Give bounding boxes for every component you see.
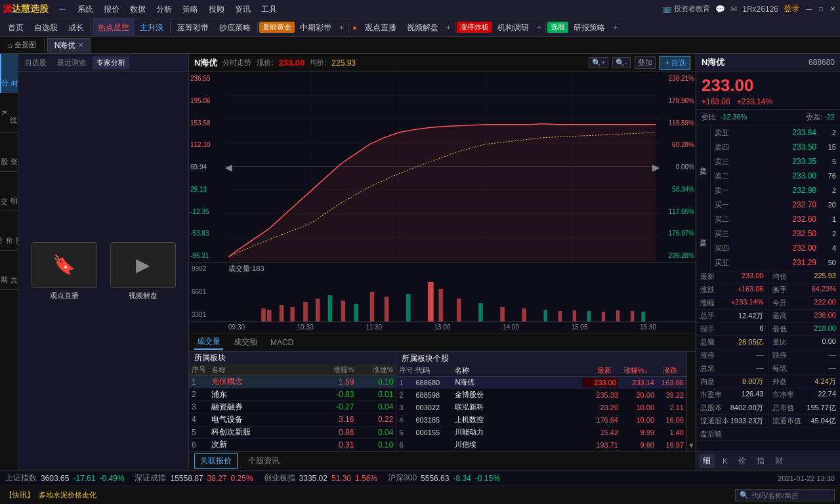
live-card[interactable]: 🔖	[32, 242, 97, 288]
sidebar-tab-time[interactable]: 分时	[0, 54, 18, 93]
sidebar: 分时 K线 个股资料 成交明细 分价图 周期共振	[0, 54, 18, 470]
stats-row-6: 总额 28.05亿 量比 0.00	[696, 336, 840, 349]
investor-edu[interactable]: 📺 投资者教育	[663, 4, 710, 14]
ticker-content: 多地水泥价格走化	[39, 491, 96, 499]
ob-tab-price[interactable]: 价	[736, 454, 749, 468]
sector-row-5[interactable]: 5 科创次新股 0.86 0.04	[189, 427, 396, 439]
tb2-watchlist[interactable]: 自选股	[29, 18, 63, 37]
tb2-main-rise[interactable]: 主升浪	[135, 18, 169, 37]
tb2-limit-up[interactable]: 涨停炸板	[457, 22, 492, 33]
tb2-add4[interactable]: +	[610, 23, 620, 32]
nav-quote[interactable]: 报价	[98, 0, 125, 18]
stat-zuigao: 最高 236.00	[768, 310, 841, 322]
maximize-button[interactable]: □	[816, 5, 826, 14]
tb2-add[interactable]: +	[337, 23, 346, 32]
sector-row-1[interactable]: 1 光伏概念 1.59 0.10	[189, 376, 396, 388]
subnav-tab-expert[interactable]: 专家分析	[93, 56, 129, 69]
buy1-price: 232.70	[733, 200, 816, 209]
separator2	[170, 22, 171, 33]
sector-header-label: 所属板块	[194, 352, 226, 364]
nav-advisor[interactable]: 投顾	[203, 0, 230, 18]
minimize-button[interactable]: —	[805, 5, 814, 14]
subnav-tab-watchlist[interactable]: 自选股	[21, 56, 51, 69]
tb2-add3[interactable]: +	[534, 23, 544, 32]
sidebar-tab-trade[interactable]: 成交明细	[0, 172, 18, 211]
chart-tab-macd[interactable]: MACD	[268, 337, 296, 348]
sidebar-tab-cycle[interactable]: 周期共振	[0, 251, 18, 290]
back-button[interactable]: ←	[58, 3, 68, 15]
tb2-views[interactable]: ●	[350, 24, 360, 32]
chart-left-arrow[interactable]: ◀	[225, 162, 232, 173]
stock-row-4[interactable]: 4 603185 上机数控 176.64 10.00 16.06	[396, 414, 686, 427]
stat-jinkai: 今开 222.00	[768, 297, 841, 309]
chart-tab-volume[interactable]: 成交量	[194, 335, 223, 350]
add-to-watchlist-button[interactable]: ＋自选	[660, 56, 690, 70]
pct-label-8: 236.28%	[661, 252, 694, 259]
stock-row-5[interactable]: 5 000155 川能动力 15.42 9.99 1.40	[396, 427, 686, 439]
tab-current-stock[interactable]: N海优 ✕	[47, 38, 91, 52]
tb2-subtab2[interactable]: 抄底策略	[214, 18, 256, 37]
close-button[interactable]: ✕	[828, 5, 837, 14]
stock-row-1[interactable]: 1 688680 N海优 233.00 233.14 163.06	[396, 377, 686, 389]
stat-zhangfu-val: +233.14%	[731, 298, 764, 308]
stock-row-3[interactable]: 3 003022 联泓新科 23.20 10.00 2.11	[396, 402, 686, 414]
zoom-out-button[interactable]: 🔍-	[612, 57, 631, 68]
tb2-golden[interactable]: 量能黄金	[259, 22, 295, 33]
tables-area: 所属板块 序号 名称 涨幅% 涨速% 1 光伏概念 1.59 0.10 2	[189, 352, 696, 452]
stat-waipen: 外盘 4.24万	[768, 375, 841, 388]
tb2-live[interactable]: 观点直播	[360, 18, 402, 37]
ob-tab-detail[interactable]: 细	[699, 454, 715, 468]
tb2-add2[interactable]: +	[444, 23, 453, 32]
stock-row-2[interactable]: 2 688598 金博股份 235.33 20.00 39.22	[396, 389, 686, 402]
search-input[interactable]	[751, 492, 830, 499]
vol-y-0: 9902	[192, 265, 222, 272]
tb2-research[interactable]: 机构调研	[492, 18, 534, 37]
tb2-subtab1[interactable]: 蓝筹彩带	[172, 18, 214, 37]
separator4	[348, 22, 348, 33]
sector-row-3[interactable]: 3 融资融券 -0.27 0.04	[189, 401, 396, 413]
tb2-video[interactable]: 视频解盘	[402, 18, 444, 37]
video-card[interactable]: ▶	[110, 242, 176, 288]
tb2-hot-stars[interactable]: 热点星空	[93, 18, 135, 37]
tab-close-button[interactable]: ✕	[78, 39, 83, 51]
sell5-price: 233.84	[733, 128, 816, 137]
nav-analysis[interactable]: 分析	[151, 0, 177, 18]
login-button[interactable]: 登录	[784, 3, 799, 14]
tb2-home[interactable]: 首页	[3, 18, 29, 37]
sector-row-4[interactable]: 4 电气设备 3.16 0.22	[189, 413, 396, 426]
tb2-select[interactable]: 选股	[547, 22, 568, 33]
buy5-price: 231.29	[733, 258, 816, 267]
chart-right-arrow[interactable]: ▶	[652, 162, 660, 173]
buy2-qty: 1	[816, 215, 836, 223]
message-icon[interactable]: ✉	[730, 5, 737, 14]
sector-row-2[interactable]: 2 浦东 -0.83 0.01	[189, 388, 396, 401]
sector-row-6[interactable]: 6 次新 0.31 0.10	[189, 439, 396, 452]
sidebar-tab-stock-info[interactable]: 个股资料	[0, 133, 18, 172]
ob-tab-finance[interactable]: 财	[772, 454, 786, 468]
tb2-midterm[interactable]: 中期彩带	[295, 18, 337, 37]
stat-meishou-val: —	[829, 364, 836, 373]
nav-data[interactable]: 数据	[125, 0, 151, 18]
stack-button[interactable]: 叠加	[635, 56, 656, 69]
zoom-in-button[interactable]: 🔍+	[589, 57, 608, 68]
stats-row-2: 涨跌 +163.06 换手 64.23%	[696, 284, 840, 297]
related-quote-btn[interactable]: 关联报价	[194, 453, 238, 469]
nav-news[interactable]: 资讯	[230, 0, 256, 18]
nav-tools[interactable]: 工具	[256, 0, 282, 18]
stk-col-chg: 涨幅%↓	[612, 366, 648, 375]
tab-home[interactable]: ⌂ 全景图	[3, 40, 41, 50]
tb2-reports[interactable]: 研报策略	[568, 18, 610, 37]
nav-strategy[interactable]: 策略	[177, 0, 203, 18]
sidebar-tab-k[interactable]: K线	[0, 93, 18, 133]
chat-icon[interactable]: 💬	[715, 5, 725, 14]
stock-info-btn[interactable]: 个股资讯	[243, 454, 285, 468]
nav-system[interactable]: 系统	[72, 0, 98, 18]
ob-tab-index[interactable]: 指	[754, 454, 767, 468]
stat-zhangjie-val: +163.06	[737, 285, 763, 295]
sidebar-tab-price[interactable]: 分价图	[0, 211, 18, 251]
ob-tab-k[interactable]: K	[720, 455, 730, 467]
subnav-tab-recent[interactable]: 最近浏览	[53, 56, 90, 69]
tb2-growth[interactable]: 成长	[63, 18, 89, 37]
stock-row-6[interactable]: 6 川信埃 193.71 9.60 16.97	[396, 439, 686, 452]
chart-tab-amount[interactable]: 成交额	[231, 335, 260, 349]
